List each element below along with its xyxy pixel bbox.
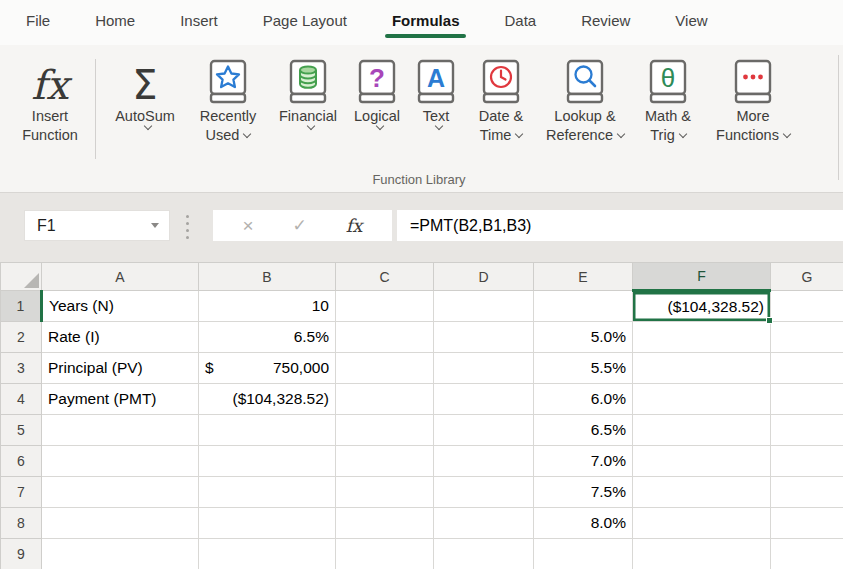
column-header-g[interactable]: G [771,263,843,291]
cell-d8[interactable] [434,508,534,539]
fill-handle[interactable] [766,317,773,324]
lookup-reference-button[interactable]: Lookup & Reference [539,53,631,145]
row-header-9[interactable]: 9 [1,539,42,569]
cell-g8[interactable] [771,508,843,539]
cell-f3[interactable] [633,353,771,384]
cell-d7[interactable] [434,477,534,508]
cell-a2[interactable]: Rate (I) [42,322,199,353]
cell-c3[interactable] [336,353,434,384]
cell-b2[interactable]: 6.5% [199,322,336,353]
cell-a8[interactable] [42,508,199,539]
cell-g6[interactable] [771,446,843,477]
cell-c8[interactable] [336,508,434,539]
formula-input[interactable]: =PMT(B2,B1,B3) [397,210,843,241]
row-header-7[interactable]: 7 [1,477,42,508]
logical-button[interactable]: ? Logical [345,53,409,129]
column-header-b[interactable]: B [199,263,336,291]
cell-b6[interactable] [199,446,336,477]
cell-b8[interactable] [199,508,336,539]
cell-d4[interactable] [434,384,534,415]
row-header-2[interactable]: 2 [1,322,42,353]
text-button[interactable]: A Text [409,53,463,129]
cell-e9[interactable] [534,539,633,569]
cell-f8[interactable] [633,508,771,539]
cell-c2[interactable] [336,322,434,353]
cell-c9[interactable] [336,539,434,569]
name-box-dropdown[interactable] [141,211,169,240]
cell-g9[interactable] [771,539,843,569]
cell-g7[interactable] [771,477,843,508]
cell-f6[interactable] [633,446,771,477]
name-box[interactable]: F1 [24,210,170,241]
insert-function-button[interactable]: fx Insert Function [14,53,86,145]
column-header-e[interactable]: E [534,263,633,291]
cell-e2[interactable]: 5.0% [534,322,633,353]
cell-d5[interactable] [434,415,534,446]
cell-e8[interactable]: 8.0% [534,508,633,539]
column-header-a[interactable]: A [42,263,199,291]
tab-home[interactable]: Home [94,6,136,39]
tab-file[interactable]: File [25,6,51,39]
select-all-corner[interactable] [1,263,42,291]
cell-f9[interactable] [633,539,771,569]
column-header-d[interactable]: D [434,263,534,291]
recently-used-button[interactable]: Recently Used [185,53,271,145]
tab-insert[interactable]: Insert [179,6,219,39]
cell-a1[interactable]: Years (N) [42,291,199,322]
cell-f2[interactable] [633,322,771,353]
cell-g3[interactable] [771,353,843,384]
column-header-f[interactable]: F [633,263,771,291]
tab-review[interactable]: Review [580,6,631,39]
cell-b4[interactable]: ($104,328.52) [199,384,336,415]
cell-a5[interactable] [42,415,199,446]
cell-f7[interactable] [633,477,771,508]
cell-b5[interactable] [199,415,336,446]
cell-b9[interactable] [199,539,336,569]
tab-formulas[interactable]: Formulas [391,6,461,39]
formula-bar-grip[interactable] [186,215,189,239]
tab-view[interactable]: View [674,6,708,39]
cell-g1[interactable] [771,291,843,322]
cell-b7[interactable] [199,477,336,508]
enter-icon[interactable]: ✓ [293,217,307,234]
tab-data[interactable]: Data [503,6,537,39]
cell-e3[interactable]: 5.5% [534,353,633,384]
cell-e6[interactable]: 7.0% [534,446,633,477]
cell-a9[interactable] [42,539,199,569]
row-header-4[interactable]: 4 [1,384,42,415]
row-header-3[interactable]: 3 [1,353,42,384]
cell-g5[interactable] [771,415,843,446]
cell-a3[interactable]: Principal (PV) [42,353,199,384]
cell-c1[interactable] [336,291,434,322]
cell-g2[interactable] [771,322,843,353]
autosum-button[interactable]: Σ AutoSum [105,53,185,129]
cell-b1[interactable]: 10 [199,291,336,322]
cell-e1[interactable] [534,291,633,322]
tab-page-layout[interactable]: Page Layout [262,6,348,39]
cell-f4[interactable] [633,384,771,415]
cell-f1-selected[interactable]: ($104,328.52) [633,291,771,322]
cell-e7[interactable]: 7.5% [534,477,633,508]
cancel-icon[interactable]: × [242,216,253,235]
cell-c7[interactable] [336,477,434,508]
cell-a4[interactable]: Payment (PMT) [42,384,199,415]
cell-c4[interactable] [336,384,434,415]
row-header-5[interactable]: 5 [1,415,42,446]
cell-e5[interactable]: 6.5% [534,415,633,446]
cell-c5[interactable] [336,415,434,446]
cell-d2[interactable] [434,322,534,353]
insert-function-fx-icon[interactable]: fx [346,217,363,235]
cell-d6[interactable] [434,446,534,477]
math-trig-button[interactable]: θ Math & Trig [631,53,705,145]
row-header-1[interactable]: 1 [1,291,42,322]
cell-d9[interactable] [434,539,534,569]
cell-a6[interactable] [42,446,199,477]
cell-a7[interactable] [42,477,199,508]
cell-e4[interactable]: 6.0% [534,384,633,415]
cell-d3[interactable] [434,353,534,384]
cell-c6[interactable] [336,446,434,477]
row-header-8[interactable]: 8 [1,508,42,539]
column-header-c[interactable]: C [336,263,434,291]
cell-g4[interactable] [771,384,843,415]
more-functions-button[interactable]: More Functions [705,53,801,145]
